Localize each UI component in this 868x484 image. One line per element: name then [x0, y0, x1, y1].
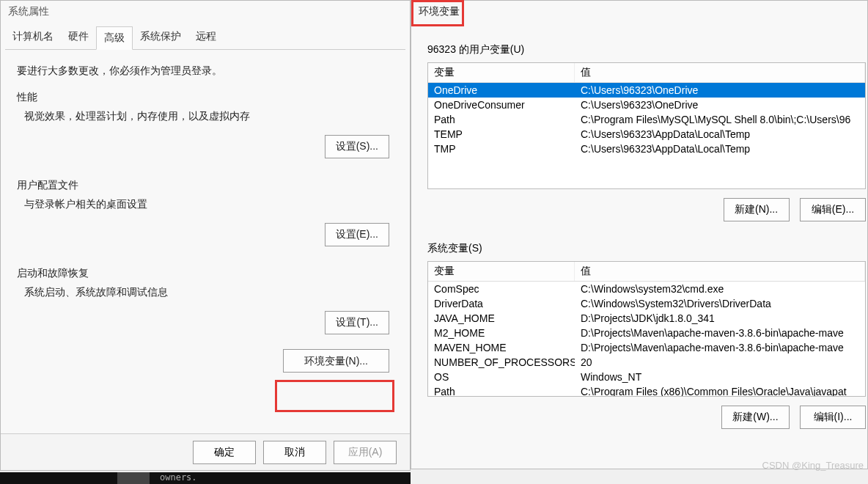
- user-vars-label: 96323 的用户变量(U): [427, 43, 867, 56]
- table-row[interactable]: M2_HOMED:\Projects\Maven\apache-maven-3.…: [428, 326, 865, 340]
- table-row[interactable]: TEMPC:\Users\96323\AppData\Local\Temp: [428, 127, 865, 142]
- var-value: Windows_NT: [575, 370, 865, 384]
- var-value: C:\Windows\System32\Drivers\DriverData: [575, 296, 865, 311]
- col-value[interactable]: 值: [575, 63, 865, 82]
- col-variable[interactable]: 变量: [428, 262, 575, 281]
- var-name: NUMBER_OF_PROCESSORS: [428, 355, 575, 370]
- highlight-env-button: [275, 380, 394, 412]
- var-name: Path: [428, 384, 575, 397]
- var-value: C:\Program Files (x86)\Common Files\Orac…: [575, 384, 865, 397]
- user-profile-group: 用户配置文件 与登录帐户相关的桌面设置 设置(E)...: [17, 179, 394, 246]
- table-row[interactable]: ComSpecC:\Windows\system32\cmd.exe: [428, 282, 865, 296]
- window-title: 系统属性: [1, 1, 410, 23]
- var-value: D:\Projects\JDK\jdk1.8.0_341: [575, 311, 865, 326]
- var-value: C:\Users\96323\OneDrive: [575, 98, 865, 112]
- ok-button[interactable]: 确定: [193, 441, 256, 464]
- environment-variables-button[interactable]: 环境变量(N)...: [283, 349, 389, 373]
- var-value: C:\Users\96323\AppData\Local\Temp: [575, 142, 865, 156]
- tab-advanced[interactable]: 高级: [96, 26, 133, 50]
- performance-desc: 视觉效果，处理器计划，内存使用，以及虚拟内存: [24, 110, 394, 123]
- startup-settings-button[interactable]: 设置(T)...: [325, 311, 389, 334]
- table-row[interactable]: DriverDataC:\Windows\System32\Drivers\Dr…: [428, 296, 865, 311]
- sys-vars-header: 变量 值: [428, 262, 865, 282]
- table-row[interactable]: JAVA_HOMED:\Projects\JDK\jdk1.8.0_341: [428, 311, 865, 326]
- taskbar-strip: owners.: [0, 472, 411, 484]
- var-value: C:\Program Files\MySQL\MySQL Shell 8.0\b…: [575, 112, 865, 127]
- user-profile-settings-button[interactable]: 设置(E)...: [325, 223, 389, 246]
- var-value: D:\Projects\Maven\apache-maven-3.8.6-bin…: [575, 340, 865, 355]
- var-name: Path: [428, 112, 575, 127]
- user-edit-button[interactable]: 编辑(E)...: [800, 198, 866, 221]
- sys-vars-label: 系统变量(S): [427, 242, 867, 255]
- performance-settings-button[interactable]: 设置(S)...: [325, 135, 389, 158]
- var-name: JAVA_HOME: [428, 311, 575, 326]
- table-row[interactable]: MAVEN_HOMED:\Projects\Maven\apache-maven…: [428, 340, 865, 355]
- var-value: C:\Users\96323\AppData\Local\Temp: [575, 127, 865, 142]
- startup-group: 启动和故障恢复 系统启动、系统故障和调试信息 设置(T)...: [17, 267, 394, 334]
- var-name: OneDriveConsumer: [428, 98, 575, 112]
- var-value: C:\Windows\system32\cmd.exe: [575, 282, 865, 296]
- admin-note: 要进行大多数更改，你必须作为管理员登录。: [17, 65, 394, 78]
- table-row[interactable]: OneDriveConsumerC:\Users\96323\OneDrive: [428, 98, 865, 112]
- user-profile-label: 用户配置文件: [17, 179, 394, 192]
- table-row[interactable]: NUMBER_OF_PROCESSORS20: [428, 355, 865, 370]
- user-new-button[interactable]: 新建(N)...: [724, 198, 790, 221]
- system-properties-window: 系统属性 计算机名 硬件 高级 系统保护 远程 要进行大多数更改，你必须作为管理…: [0, 0, 411, 471]
- highlight-env-title: [411, 0, 464, 26]
- var-name: MAVEN_HOME: [428, 340, 575, 355]
- var-name: OneDrive: [428, 83, 575, 98]
- taskbar-chip: [117, 472, 150, 484]
- table-row[interactable]: PathC:\Program Files\MySQL\MySQL Shell 8…: [428, 112, 865, 127]
- user-profile-desc: 与登录帐户相关的桌面设置: [24, 198, 394, 211]
- user-vars-list[interactable]: 变量 值 OneDriveC:\Users\96323\OneDriveOneD…: [427, 62, 866, 189]
- sys-new-button[interactable]: 新建(W)...: [721, 406, 789, 429]
- var-name: ComSpec: [428, 282, 575, 296]
- table-row[interactable]: OneDriveC:\Users\96323\OneDrive: [428, 83, 865, 98]
- cancel-button[interactable]: 取消: [263, 441, 326, 464]
- sys-vars-buttons: 新建(W)... 编辑(I)...: [427, 406, 866, 429]
- apply-button[interactable]: 应用(A): [334, 441, 397, 464]
- var-name: DriverData: [428, 296, 575, 311]
- table-row[interactable]: TMPC:\Users\96323\AppData\Local\Temp: [428, 142, 865, 156]
- watermark: CSDN @King_Treasure: [762, 460, 864, 471]
- var-name: TMP: [428, 142, 575, 156]
- performance-group: 性能 视觉效果，处理器计划，内存使用，以及虚拟内存 设置(S)...: [17, 91, 394, 158]
- table-row[interactable]: OSWindows_NT: [428, 370, 865, 384]
- owners-text: owners.: [160, 472, 197, 483]
- user-vars-header: 变量 值: [428, 63, 865, 83]
- var-value: D:\Projects\Maven\apache-maven-3.8.6-bin…: [575, 326, 865, 340]
- dialog-buttons: 确定 取消 应用(A): [1, 433, 410, 470]
- var-name: OS: [428, 370, 575, 384]
- var-value: C:\Users\96323\OneDrive: [575, 83, 865, 98]
- startup-label: 启动和故障恢复: [17, 267, 394, 280]
- var-name: TEMP: [428, 127, 575, 142]
- advanced-body: 要进行大多数更改，你必须作为管理员登录。 性能 视觉效果，处理器计划，内存使用，…: [1, 50, 410, 377]
- tab-remote[interactable]: 远程: [188, 26, 224, 49]
- tab-system-protection[interactable]: 系统保护: [133, 26, 188, 49]
- sys-edit-button[interactable]: 编辑(I)...: [800, 406, 866, 429]
- tab-computer-name[interactable]: 计算机名: [5, 26, 61, 49]
- user-vars-buttons: 新建(N)... 编辑(E)...: [427, 198, 866, 221]
- sys-vars-list[interactable]: 变量 值 ComSpecC:\Windows\system32\cmd.exeD…: [427, 261, 866, 397]
- var-name: M2_HOME: [428, 326, 575, 340]
- table-row[interactable]: PathC:\Program Files (x86)\Common Files\…: [428, 384, 865, 397]
- startup-desc: 系统启动、系统故障和调试信息: [24, 286, 394, 299]
- var-value: 20: [575, 355, 865, 370]
- tabs-bar: 计算机名 硬件 高级 系统保护 远程: [5, 26, 405, 50]
- col-variable[interactable]: 变量: [428, 63, 575, 82]
- performance-label: 性能: [17, 91, 394, 104]
- environment-variables-window: 环境变量 96323 的用户变量(U) 变量 值 OneDriveC:\User…: [411, 0, 868, 469]
- col-value[interactable]: 值: [575, 262, 865, 281]
- tab-hardware[interactable]: 硬件: [61, 26, 96, 49]
